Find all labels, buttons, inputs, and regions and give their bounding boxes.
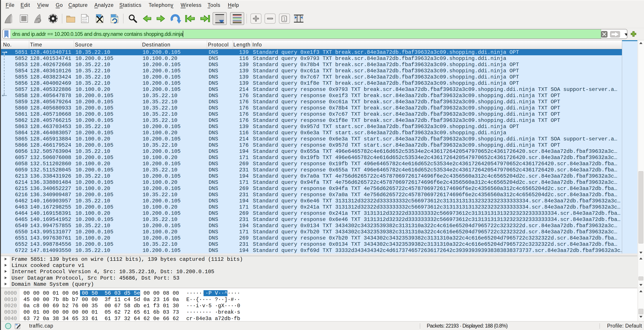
svg-text:1: 1 bbox=[283, 16, 286, 22]
svg-text:0111: 0111 bbox=[82, 21, 87, 23]
